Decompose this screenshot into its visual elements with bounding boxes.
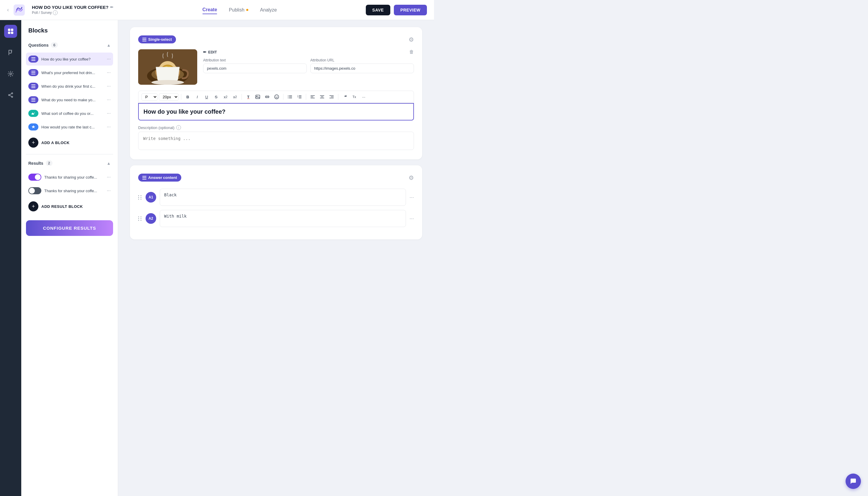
svg-point-5 bbox=[10, 73, 12, 75]
align-right-button[interactable] bbox=[327, 93, 336, 101]
block-item-question-5[interactable]: What sort of coffee do you or... ··· bbox=[26, 107, 113, 120]
format-select[interactable]: P H1 H2 bbox=[141, 93, 158, 101]
svg-rect-14 bbox=[31, 74, 35, 74]
block-item-result-1[interactable]: Thanks for sharing your coffe... ··· bbox=[26, 171, 113, 184]
blocks-panel: Blocks Questions 6 ▲ How do you like you… bbox=[21, 20, 118, 496]
toolbar-divider-2 bbox=[242, 94, 242, 100]
attribution-url-input[interactable] bbox=[310, 63, 414, 73]
configure-results-button[interactable]: CONFIGURE RESULTS bbox=[26, 220, 113, 236]
preview-button[interactable]: PREVIEW bbox=[394, 5, 427, 15]
svg-rect-12 bbox=[31, 71, 35, 72]
description-input[interactable] bbox=[138, 132, 414, 150]
save-button[interactable]: SAVE bbox=[366, 5, 390, 15]
answer-gear-icon[interactable]: ⚙ bbox=[408, 174, 414, 181]
attribution-text-field: Attribution text bbox=[203, 58, 307, 73]
bold-button[interactable]: B bbox=[184, 93, 192, 101]
drag-handle-a2[interactable] bbox=[138, 216, 142, 221]
answer-content-card: Answer content ⚙ A1 bbox=[130, 165, 422, 239]
block-item-question-2[interactable]: What's your preferred hot drin... ··· bbox=[26, 66, 113, 79]
sidebar-icon-blocks[interactable] bbox=[4, 25, 17, 38]
svg-rect-11 bbox=[31, 60, 35, 61]
info-icon[interactable]: i bbox=[53, 10, 58, 15]
strikethrough-button[interactable]: S bbox=[212, 93, 220, 101]
underline-button[interactable]: U bbox=[203, 93, 211, 101]
sidebar-icon-flag[interactable] bbox=[4, 46, 17, 59]
answer-badge-a1: A1 bbox=[145, 192, 156, 203]
result-toggle-2[interactable] bbox=[28, 187, 41, 194]
emoji-button[interactable] bbox=[273, 93, 281, 101]
block-dots-6[interactable]: ··· bbox=[107, 124, 111, 129]
block-item-question-4[interactable]: What do you need to make yo... ··· bbox=[26, 93, 113, 106]
svg-rect-20 bbox=[31, 101, 35, 102]
answer-card-header: Answer content ⚙ bbox=[138, 174, 414, 182]
block-dots-4[interactable]: ··· bbox=[107, 97, 111, 103]
toolbar-divider-4 bbox=[306, 94, 306, 100]
ordered-list-button[interactable]: 1.2. bbox=[295, 93, 304, 101]
clear-format-button[interactable]: Tx bbox=[350, 93, 358, 101]
block-dots-3[interactable]: ··· bbox=[107, 83, 111, 89]
tab-analyze[interactable]: Analyze bbox=[260, 6, 277, 14]
result-dots-2[interactable]: ··· bbox=[107, 188, 111, 193]
app-logo bbox=[14, 4, 25, 16]
link-button[interactable] bbox=[263, 93, 271, 101]
block-item-question-1[interactable]: How do you like your coffee? ··· bbox=[26, 52, 113, 65]
question-card-header: Single-select ⚙ bbox=[138, 35, 414, 43]
block-item-result-2[interactable]: Thanks for sharing your coffe... ··· bbox=[26, 184, 113, 197]
attribution-url-label: Attribution URL bbox=[310, 58, 414, 62]
align-left-button[interactable] bbox=[309, 93, 317, 101]
answer-input-a1[interactable]: Black bbox=[160, 189, 406, 206]
answer-input-a2[interactable]: With milk bbox=[160, 210, 406, 227]
toolbar-divider-1 bbox=[181, 94, 181, 100]
questions-chevron[interactable]: ▲ bbox=[107, 43, 111, 48]
attribution-text-input[interactable] bbox=[203, 63, 307, 73]
svg-rect-18 bbox=[31, 98, 35, 98]
image-button[interactable] bbox=[253, 93, 262, 101]
more-options-button[interactable]: ··· bbox=[360, 93, 368, 101]
add-block-button[interactable]: + ADD A BLOCK bbox=[26, 135, 113, 151]
answer-menu-a1[interactable]: ··· bbox=[409, 194, 414, 200]
block-item-question-6[interactable]: How would you rate the last c... ··· bbox=[26, 121, 113, 134]
unordered-list-button[interactable] bbox=[286, 93, 294, 101]
questions-section-header: Questions 6 ▲ bbox=[26, 40, 113, 50]
align-center-button[interactable] bbox=[318, 93, 326, 101]
question-input-wrap: How do you like your coffee? bbox=[138, 103, 414, 121]
quote-button[interactable]: ❝ bbox=[341, 93, 349, 101]
sidebar-icon-share[interactable] bbox=[4, 89, 17, 102]
question-gear-icon[interactable]: ⚙ bbox=[408, 36, 414, 43]
block-dots-5[interactable]: ··· bbox=[107, 111, 111, 116]
result-dots-1[interactable]: ··· bbox=[107, 174, 111, 180]
block-label-5: What sort of coffee do you or... bbox=[41, 111, 104, 116]
description-info-icon[interactable]: i bbox=[176, 125, 181, 130]
drag-handle-a1[interactable] bbox=[138, 195, 142, 200]
question-text-input[interactable]: How do you like your coffee? bbox=[143, 108, 408, 115]
nav-tabs: Create Publish Analyze bbox=[203, 6, 277, 14]
subscript-button[interactable]: x2 bbox=[231, 93, 239, 101]
svg-rect-1 bbox=[8, 29, 10, 31]
survey-title-text: HOW DO YOU LIKE YOUR COFFEE? bbox=[32, 5, 108, 10]
results-chevron[interactable]: ▲ bbox=[107, 161, 111, 166]
block-icon-4 bbox=[28, 96, 38, 103]
edit-image-button[interactable]: ✏ EDIT bbox=[203, 50, 217, 54]
block-item-question-3[interactable]: When do you drink your first c... ··· bbox=[26, 80, 113, 93]
result-toggle-1[interactable] bbox=[28, 174, 41, 181]
block-label-4: What do you need to make yo... bbox=[41, 98, 104, 102]
add-result-button[interactable]: + ADD RESULT BLOCK bbox=[26, 198, 113, 214]
edit-title-button[interactable]: ✏ bbox=[110, 5, 113, 10]
delete-image-button[interactable]: 🗑 bbox=[409, 49, 414, 55]
sidebar-icon-settings[interactable] bbox=[4, 67, 17, 80]
svg-rect-58 bbox=[142, 177, 146, 178]
back-button[interactable]: ‹ bbox=[7, 7, 9, 13]
tab-publish[interactable]: Publish bbox=[229, 6, 248, 14]
superscript-button[interactable]: x2 bbox=[221, 93, 230, 101]
svg-rect-17 bbox=[31, 88, 35, 88]
tab-create[interactable]: Create bbox=[203, 6, 217, 14]
size-select[interactable]: 20px 14px 16px 24px bbox=[159, 93, 179, 101]
text-color-button[interactable]: T bbox=[244, 93, 252, 101]
block-dots-1[interactable]: ··· bbox=[107, 57, 111, 62]
block-dots-2[interactable]: ··· bbox=[107, 70, 111, 75]
answer-menu-a2[interactable]: ··· bbox=[409, 216, 414, 222]
italic-button[interactable]: I bbox=[193, 93, 201, 101]
topnav-actions: SAVE PREVIEW bbox=[366, 5, 427, 15]
attribution-header: ✏ EDIT 🗑 bbox=[203, 49, 414, 55]
answer-card-header-left: Answer content bbox=[138, 174, 181, 182]
